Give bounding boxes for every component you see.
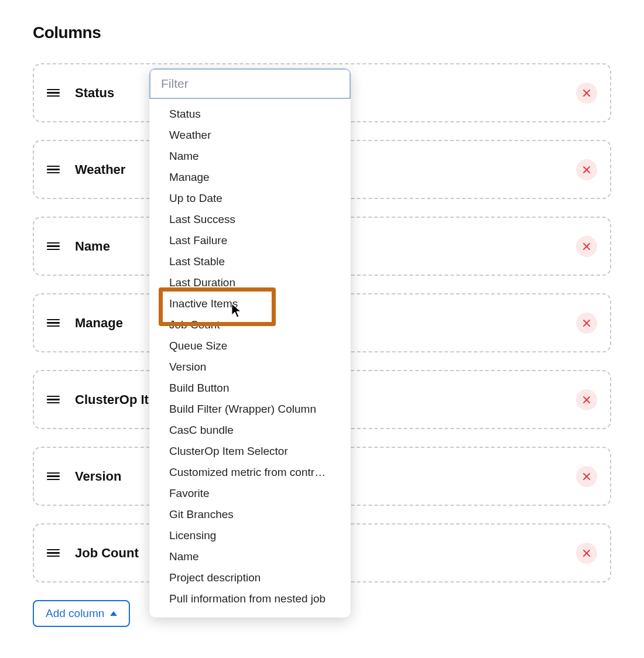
dropdown-option[interactable]: Last Stable [149, 251, 351, 272]
column-row-label: Manage [75, 316, 123, 331]
drag-handle-icon[interactable] [47, 317, 60, 330]
column-row-label: Version [75, 469, 121, 484]
remove-column-button[interactable] [576, 159, 597, 180]
remove-column-button[interactable] [576, 466, 597, 487]
dropdown-option[interactable]: Up to Date [149, 188, 351, 209]
dropdown-option[interactable]: Pull information from nested job [149, 588, 351, 609]
dropdown-option[interactable]: Job Count [149, 314, 351, 335]
drag-handle-icon[interactable] [47, 240, 60, 253]
drag-handle-icon[interactable] [47, 470, 60, 483]
dropdown-option[interactable]: Name [149, 546, 351, 567]
add-column-label: Add column [46, 607, 104, 620]
dropdown-option[interactable]: Version [149, 357, 351, 378]
dropdown-option[interactable]: Last Success [149, 209, 351, 230]
dropdown-option[interactable]: Favorite [149, 483, 351, 504]
remove-column-button[interactable] [576, 83, 597, 104]
dropdown-filter-input[interactable] [149, 68, 351, 99]
drag-handle-icon[interactable] [47, 393, 60, 406]
section-title: Columns [33, 23, 611, 42]
dropdown-option[interactable]: Weather [149, 125, 351, 146]
remove-column-button[interactable] [576, 236, 597, 257]
drag-handle-icon[interactable] [47, 87, 60, 100]
dropdown-option[interactable]: CasC bundle [149, 420, 351, 441]
caret-up-icon [110, 611, 117, 616]
dropdown-option-list: StatusWeatherNameManageUp to DateLast Su… [149, 99, 351, 618]
column-dropdown[interactable]: StatusWeatherNameManageUp to DateLast Su… [149, 68, 351, 618]
column-row-label: Status [75, 85, 114, 101]
dropdown-option[interactable]: Name [149, 146, 351, 167]
dropdown-option[interactable]: Git Branches [149, 504, 351, 525]
add-column-button[interactable]: Add column [33, 600, 130, 627]
dropdown-option[interactable]: Manage [149, 167, 351, 188]
dropdown-option[interactable]: Queue Size [149, 335, 351, 357]
dropdown-option[interactable]: Build Button [149, 378, 351, 399]
dropdown-option[interactable]: Last Duration [149, 272, 351, 293]
drag-handle-icon[interactable] [47, 547, 60, 560]
column-row-label: Job Count [75, 546, 139, 561]
drag-handle-icon[interactable] [47, 163, 60, 176]
dropdown-option[interactable]: Customized metric from controller [149, 462, 351, 483]
dropdown-option[interactable]: ClusterOp Item Selector [149, 441, 351, 462]
remove-column-button[interactable] [576, 543, 597, 564]
remove-column-button[interactable] [576, 313, 597, 334]
column-row-label: Weather [75, 162, 125, 177]
dropdown-option[interactable]: Last Failure [149, 230, 351, 251]
dropdown-option[interactable]: Inactive Items [149, 293, 351, 314]
dropdown-option[interactable]: Build Filter (Wrapper) Column [149, 399, 351, 420]
column-row-label: Name [75, 239, 110, 254]
remove-column-button[interactable] [576, 389, 597, 410]
dropdown-option[interactable]: Status [149, 104, 351, 125]
dropdown-option[interactable]: Project description [149, 567, 351, 588]
dropdown-option[interactable]: Licensing [149, 525, 351, 546]
